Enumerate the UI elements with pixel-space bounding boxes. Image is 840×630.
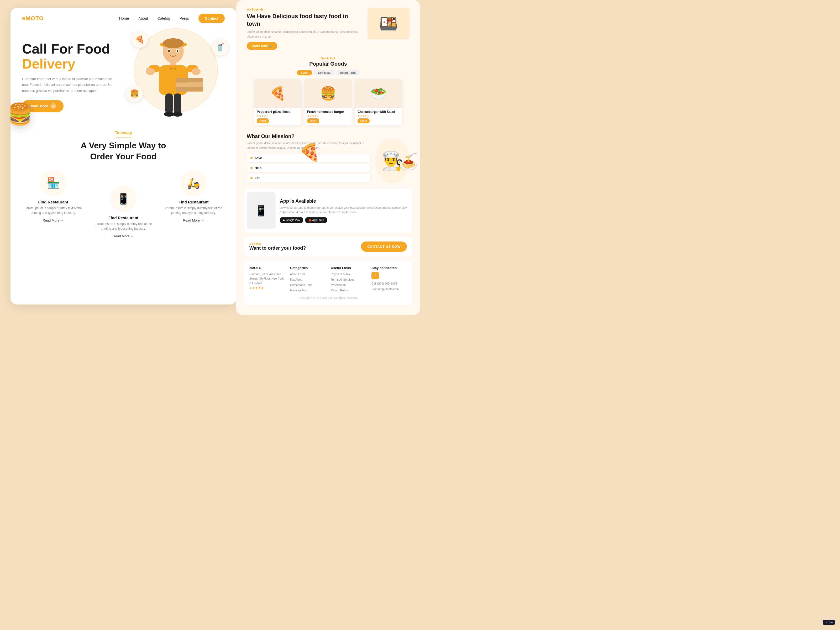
footer-categories-title: Categories: [290, 266, 325, 270]
nav-catalog[interactable]: Catelog: [158, 16, 170, 21]
delicious-food-image: 🍱: [368, 8, 409, 39]
footer-link-2[interactable]: Terms All Services: [331, 278, 366, 282]
svg-rect-20: [174, 93, 181, 114]
nav-press[interactable]: Press: [180, 16, 189, 21]
step-card-3: 🛵 Find Restaurant Lorem Ipsum is simply …: [163, 170, 225, 238]
footer-link-1[interactable]: Payment & Tax: [331, 272, 366, 276]
food-card-3: 🥗 Cheeseburger with Salad ★★★★☆ Order: [355, 79, 402, 125]
popular-goods-section: Quick Pick Popular Goods Sushi Sett Meal…: [244, 54, 412, 128]
svg-point-7: [163, 38, 184, 48]
mission-step-eat: Eat: [247, 174, 370, 182]
delicious-text: We Specials We Have Delicious food tasty…: [247, 8, 362, 50]
svg-point-5: [168, 50, 170, 52]
contact-us-now-button[interactable]: CONTACT US NOW: [361, 242, 407, 252]
footer-email: Support@emoto.com: [371, 287, 407, 291]
svg-point-15: [192, 68, 201, 75]
nav-contact-button[interactable]: Contact: [199, 14, 225, 23]
food-card-btn-2[interactable]: Order: [307, 118, 319, 123]
mission-step-label-2: Help: [255, 166, 261, 170]
app-mockup: 📱: [247, 192, 276, 229]
mission-step-label-3: Eat: [255, 176, 260, 180]
hero-section: Call For Food Delivery Curabitur imperdi…: [11, 23, 236, 123]
cta-lets-talk: let's talk: [249, 242, 306, 245]
delicious-tagline: We Specials: [247, 8, 362, 11]
food-card-name-2: Fresh homemade burger: [307, 110, 349, 114]
right-panel: We Specials We Have Delicious food tasty…: [236, 0, 420, 315]
food-card-body-1: Pepperoni pizza sliced ★★★★☆ Order: [254, 108, 302, 125]
hero-description: Curabitur imperdiet varius lacus. Id pla…: [22, 76, 117, 93]
mission-section: What Our Mission? Lorem ipsum dolor sit …: [244, 128, 412, 188]
food-card-body-3: Cheeseburger with Salad ★★★★☆ Order: [355, 108, 402, 125]
logo: eMOTO: [22, 15, 44, 22]
food-card-btn-3[interactable]: Order: [357, 118, 369, 123]
social-icon-f[interactable]: f: [371, 272, 379, 279]
footer-useful-links-title: Useful Links: [331, 266, 366, 270]
food-card-body-2: Fresh homemade burger ★★★★☆ Order: [305, 108, 352, 125]
svg-point-10: [170, 68, 172, 70]
floating-pizza-decoration: 🍕: [294, 136, 325, 168]
step-readmore-1[interactable]: Read More →: [43, 218, 64, 222]
nav-about[interactable]: About: [138, 16, 148, 21]
step-title-2: Find Restaurant: [92, 216, 154, 220]
hero-image-area: 🍕 🥤 🍔: [115, 23, 231, 123]
mission-dot-2: [250, 167, 253, 169]
step-icon-1: 🏪: [40, 170, 66, 196]
footer-categories-col: Categories Asian Food FastFood Homemade …: [290, 266, 325, 294]
footer-link-4[interactable]: Return Policy: [331, 288, 366, 293]
svg-rect-18: [175, 87, 203, 92]
food-card-name-3: Cheeseburger with Salad: [357, 110, 399, 114]
logo-suffix: MOTO: [25, 15, 44, 22]
steps-row: 🏪 Find Restaurant Lorem Ipsum is simply …: [11, 162, 236, 238]
svg-point-6: [177, 50, 178, 52]
app-text: App is Available Download our app to mob…: [280, 199, 409, 223]
step-readmore-2[interactable]: Read More →: [113, 234, 134, 238]
step-desc-3: Lorem Ipsum is simply dummy text of the …: [163, 206, 225, 215]
main-card: eMOTO Home About Catelog Press Contact C…: [11, 8, 236, 305]
step-card-1: 🏪 Find Restaurant Lorem Ipsum is simply …: [22, 170, 84, 238]
step-desc-2: Lorem Ipsum is simply dummy text of the …: [92, 221, 154, 231]
step-card-2: 📱 Find Restaurant Lorem Ipsum is simply …: [92, 186, 154, 238]
footer-social-col: Stay connected f Call (800) 600-8498 Sup…: [371, 266, 407, 294]
nav-home[interactable]: Home: [119, 16, 129, 21]
step-icon-2: 📱: [110, 186, 136, 212]
filter-tab-setmeal[interactable]: Sett Meal: [314, 70, 334, 75]
google-play-button[interactable]: ▶ Google Play: [280, 217, 303, 223]
filter-tabs: Sushi Sett Meal Asian Food: [247, 70, 409, 75]
footer-brand: eMOTO: [249, 266, 285, 270]
footer-cat-1[interactable]: Asian Food: [290, 272, 325, 276]
footer-useful-links-col: Useful Links Payment & Tax Terms All Ser…: [331, 266, 366, 294]
footer-cat-4[interactable]: Mexican Food: [290, 288, 325, 293]
svg-rect-24: [147, 68, 148, 73]
delicious-order-button[interactable]: Order Now 🛒: [247, 42, 277, 50]
cta-left: let's talk Want to order your food?: [249, 242, 306, 251]
store-buttons: ▶ Google Play 🍎 App Store: [280, 217, 409, 223]
takeway-title-line1: A Very Simple Way to: [81, 141, 166, 150]
app-description: Download our app to mobile our app then …: [280, 205, 409, 215]
mission-dot-3: [250, 177, 253, 179]
step-icon-3: 🛵: [180, 170, 207, 196]
delivery-person-illustration: [123, 23, 223, 128]
hero-title-line1: Call For Food: [22, 41, 110, 57]
delicious-description: Lorem ipsum dolor sit amet, consectetur …: [247, 30, 362, 39]
footer-cat-2[interactable]: FastFood: [290, 278, 325, 282]
nav-links: Home About Catelog Press Contact: [119, 14, 225, 23]
step-readmore-3[interactable]: Read More →: [183, 218, 204, 222]
app-store-button[interactable]: 🍎 App Store: [305, 217, 327, 223]
food-card-stars-3: ★★★★☆: [357, 114, 399, 117]
takeway-divider: [115, 137, 131, 138]
filter-tab-sushi[interactable]: Sushi: [297, 70, 312, 75]
footer-cat-3[interactable]: Homemade Food: [290, 283, 325, 287]
food-card-name-1: Pepperoni pizza sliced: [257, 110, 299, 114]
takeway-title: A Very Simple Way to Order Your Food: [22, 140, 225, 162]
svg-rect-16: [175, 78, 203, 82]
footer-link-3[interactable]: My Account: [331, 283, 366, 287]
food-card-btn-1[interactable]: Order: [257, 118, 269, 123]
footer-copyright: Copyright © 2024 Emoto.com All Rights Re…: [249, 297, 407, 300]
app-section: 📱 App is Available Download our app to m…: [244, 188, 412, 232]
filter-tab-asian[interactable]: Asian Food: [336, 70, 359, 75]
mission-step-label-1: Save: [255, 156, 262, 160]
cta-title: Want to order your food?: [249, 245, 306, 251]
delicious-title: We Have Delicious food tasty food in tow…: [247, 13, 362, 28]
food-card-img-2: 🍔: [305, 79, 352, 108]
footer-phone: Call (800) 600-8498: [371, 281, 407, 286]
